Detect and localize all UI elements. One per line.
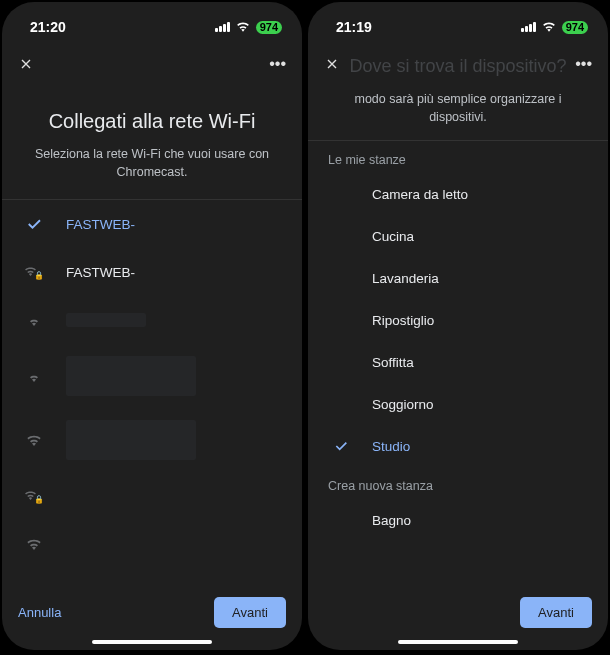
wifi-icon xyxy=(24,314,44,326)
masked-name xyxy=(66,356,196,396)
network-item[interactable]: FASTWEB- xyxy=(2,200,302,248)
cellular-icon xyxy=(521,22,536,32)
room-item[interactable]: Cucina xyxy=(308,215,608,257)
wifi-status-icon xyxy=(542,20,556,34)
room-name: Studio xyxy=(372,439,410,454)
next-button[interactable]: Avanti xyxy=(520,597,592,628)
network-item[interactable]: 🔒 xyxy=(2,472,302,520)
room-name: Soggiorno xyxy=(372,397,434,412)
wifi-status-icon xyxy=(236,20,250,34)
wifi-screen: 21:20 974 ••• Collegati alla rete Wi-Fi … xyxy=(2,2,302,650)
page-title: Collegati alla rete Wi-Fi xyxy=(20,110,284,133)
room-item[interactable]: Soffitta xyxy=(308,341,608,383)
battery-badge: 974 xyxy=(256,21,282,34)
status-time: 21:20 xyxy=(30,19,66,35)
page-subtitle: Seleziona la rete Wi-Fi che vuoi usare c… xyxy=(20,145,284,181)
network-list[interactable]: FASTWEB- 🔒 FASTWEB- 🔒 xyxy=(2,200,302,584)
masked-name xyxy=(66,313,146,327)
wifi-lock-icon: 🔒 xyxy=(24,265,44,280)
status-right: 974 xyxy=(521,20,588,34)
cellular-icon xyxy=(215,22,230,32)
network-item[interactable] xyxy=(2,344,302,408)
network-item[interactable] xyxy=(2,408,302,472)
close-button[interactable] xyxy=(18,56,34,72)
battery-badge: 974 xyxy=(562,21,588,34)
more-button[interactable]: ••• xyxy=(269,55,286,73)
network-item[interactable]: 🔒 FASTWEB- xyxy=(2,248,302,296)
wifi-icon xyxy=(24,434,44,446)
page-subtitle: modo sarà più semplice organizzare i dis… xyxy=(308,84,608,140)
wifi-lock-icon: 🔒 xyxy=(24,489,44,504)
status-right: 974 xyxy=(215,20,282,34)
check-icon xyxy=(24,215,44,233)
check-icon xyxy=(332,438,350,454)
room-name: Soffitta xyxy=(372,355,414,370)
wifi-icon xyxy=(24,538,44,550)
section-my-rooms: Le mie stanze xyxy=(308,141,608,173)
wifi-icon xyxy=(24,370,44,382)
footer: Avanti xyxy=(308,585,608,638)
room-name: Lavanderia xyxy=(372,271,439,286)
cancel-button[interactable]: Annulla xyxy=(18,605,61,620)
close-button[interactable] xyxy=(324,56,340,72)
status-bar: 21:20 974 xyxy=(2,2,302,44)
home-indicator[interactable] xyxy=(92,640,212,645)
masked-name xyxy=(66,420,196,460)
room-screen: 21:19 974 Dove si trova il dispositivo? … xyxy=(308,2,608,650)
room-item[interactable]: Camera da letto xyxy=(308,173,608,215)
home-indicator[interactable] xyxy=(398,640,518,645)
header-block: Collegati alla rete Wi-Fi Seleziona la r… xyxy=(2,84,302,199)
network-item[interactable] xyxy=(2,520,302,568)
room-name: Ripostiglio xyxy=(372,313,434,328)
nav-bar: ••• xyxy=(2,44,302,84)
more-button[interactable]: ••• xyxy=(575,55,592,73)
status-time: 21:19 xyxy=(336,19,372,35)
room-list[interactable]: Le mie stanze Camera da letto Cucina Lav… xyxy=(308,141,608,584)
status-bar: 21:19 974 xyxy=(308,2,608,44)
room-item[interactable]: Soggiorno xyxy=(308,383,608,425)
room-name: Camera da letto xyxy=(372,187,468,202)
room-name: Cucina xyxy=(372,229,414,244)
room-item[interactable]: Studio xyxy=(308,425,608,467)
room-name: Bagno xyxy=(372,513,411,528)
network-name: FASTWEB- xyxy=(66,217,135,232)
footer: Annulla Avanti xyxy=(2,585,302,638)
network-name: FASTWEB- xyxy=(66,265,135,280)
room-item[interactable]: Ripostiglio xyxy=(308,299,608,341)
next-button[interactable]: Avanti xyxy=(214,597,286,628)
network-item[interactable] xyxy=(2,296,302,344)
room-item[interactable]: Bagno xyxy=(308,499,608,541)
section-create-room: Crea nuova stanza xyxy=(308,467,608,499)
room-item[interactable]: Lavanderia xyxy=(308,257,608,299)
nav-bar: ••• xyxy=(308,44,608,84)
